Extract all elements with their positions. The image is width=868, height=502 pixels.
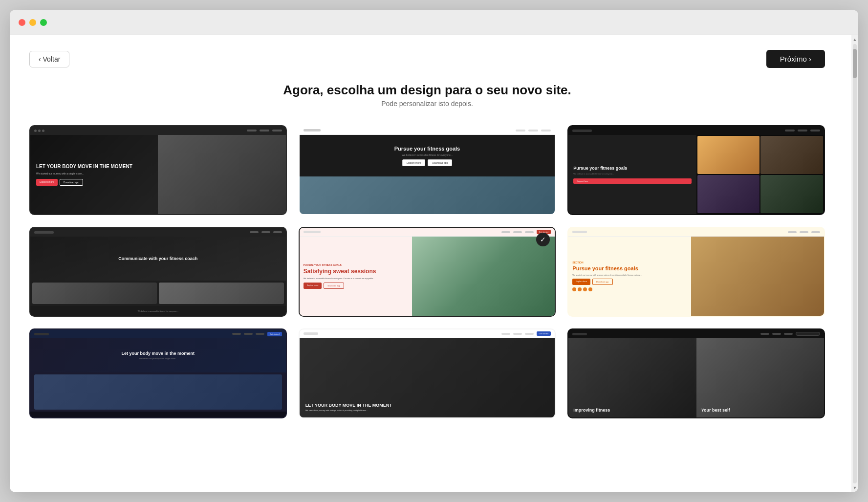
page-heading: Agora, escolha um design para o seu novo… — [29, 83, 825, 108]
t2-btn2: Download app — [428, 159, 452, 166]
template-thumb-8: Get started Let your body move in the mo… — [300, 329, 555, 417]
maximize-button[interactable] — [40, 19, 47, 26]
t9-title-right: Your best self — [701, 408, 819, 413]
t2-title: Pursue your fitness goals — [394, 146, 460, 152]
t1-btn-app: Download app — [60, 179, 83, 186]
t6-btn2: Download app — [592, 279, 613, 285]
template-thumb-5: Get started PURSUE YOUR FITNESS GOALS Sa… — [300, 228, 555, 316]
t5-btn2: Download app — [324, 283, 344, 289]
scrollbar-track — [853, 44, 857, 483]
template-card-3[interactable]: Pursue your fitness goals We believe in … — [567, 125, 825, 215]
t1-btn-explore: Explore more — [36, 179, 58, 186]
scroll-up-arrow[interactable]: ▲ — [853, 37, 857, 42]
browser-content: ‹ Voltar Próximo › Agora, escolha um des… — [10, 35, 851, 492]
t3-title: Pursue your fitness goals — [573, 166, 691, 171]
t8-title: Let your body move in the moment — [305, 403, 549, 408]
t1-subtitle: We started our journey with a single vis… — [36, 172, 165, 175]
template-card-4[interactable]: Communicate with your fitness coach We b… — [29, 227, 287, 317]
t1-title: LET YOUR BODY MOVE IN THE MOMENT — [36, 164, 165, 170]
template-card-6[interactable]: SECTION Pursue your fitness goals We sta… — [567, 227, 825, 317]
t7-subtitle: We started our journey with a single vis… — [139, 357, 177, 360]
t9-title-left: Improving fitness — [573, 408, 691, 413]
page-title: Agora, escolha um design para o seu novo… — [29, 83, 825, 98]
scrollbar: ▲ ▼ — [851, 35, 858, 492]
template-thumb-1: LET YOUR BODY MOVE IN THE MOMENT We star… — [30, 126, 286, 214]
t3-btn: Support here — [573, 178, 691, 184]
template-thumb-9: Improving fitness Your best self — [568, 329, 824, 417]
template-thumb-4: Communicate with your fitness coach We b… — [30, 228, 286, 316]
template-thumb-6: SECTION Pursue your fitness goals We sta… — [568, 228, 824, 316]
t5-hero-sub: We believe in accessible fitness for eve… — [304, 277, 408, 280]
t5-tagline: PURSUE YOUR FITNESS GOALS — [304, 263, 408, 266]
t4-bottom-text: We believe in accessible fitness for eve… — [138, 310, 178, 312]
template-card-9[interactable]: Improving fitness Your best self — [567, 328, 825, 418]
browser-titlebar — [10, 10, 858, 35]
scroll-down-arrow[interactable]: ▼ — [853, 485, 857, 490]
t6-tagline: SECTION — [572, 261, 687, 264]
t6-btn1: Explore here — [572, 279, 590, 285]
back-button[interactable]: ‹ Voltar — [29, 51, 69, 67]
browser-window: ‹ Voltar Próximo › Agora, escolha um des… — [10, 10, 858, 492]
t3-subtitle: We believe in accessible fitness for eve… — [573, 173, 691, 175]
template-thumb-3: Pursue your fitness goals We believe in … — [568, 126, 824, 214]
t1-nav-links — [247, 130, 282, 131]
scrollbar-thumb[interactable] — [853, 49, 857, 78]
t7-nav-badge: Get started — [267, 332, 282, 336]
template-card-7[interactable]: Get started Let your body move in the mo… — [29, 328, 287, 418]
t8-subtitle: We started our journey with a single vis… — [305, 409, 549, 412]
close-button[interactable] — [19, 19, 25, 26]
template-thumb-7: Get started Let your body move in the mo… — [30, 329, 286, 417]
t6-subtitle: We started our journey with a range visi… — [572, 274, 687, 276]
nav-row: ‹ Voltar Próximo › — [29, 35, 825, 78]
templates-grid: LET YOUR BODY MOVE IN THE MOMENT We star… — [29, 125, 825, 418]
page-subtitle: Pode personalizar isto depois. — [29, 100, 825, 108]
next-button[interactable]: Próximo › — [766, 50, 825, 68]
t6-title: Pursue your fitness goals — [572, 265, 687, 272]
t2-btn1: Explore more — [402, 159, 426, 166]
t5-btn1: Explore more — [304, 283, 322, 289]
t4-title: Communicate with your fitness coach — [118, 256, 197, 261]
t5-hero-title: Satisfying sweat sessions — [304, 268, 408, 275]
template-card-2[interactable]: Pursue your fitness goals We believe in … — [299, 125, 556, 215]
t8-nav-badge: Get started — [537, 331, 551, 336]
t2-subtitle: We believe in accessible fitness for eve… — [402, 153, 453, 156]
t7-title: Let your body move in the moment — [122, 351, 195, 356]
minimize-button[interactable] — [29, 19, 36, 26]
template-card-5[interactable]: ✓ Get started — [299, 227, 556, 317]
template-card-8[interactable]: Get started Let your body move in the mo… — [299, 328, 556, 418]
t1-nav — [30, 126, 286, 135]
template-thumb-2: Pursue your fitness goals We believe in … — [300, 126, 555, 214]
template-card-1[interactable]: LET YOUR BODY MOVE IN THE MOMENT We star… — [29, 125, 287, 215]
traffic-lights — [19, 19, 47, 26]
